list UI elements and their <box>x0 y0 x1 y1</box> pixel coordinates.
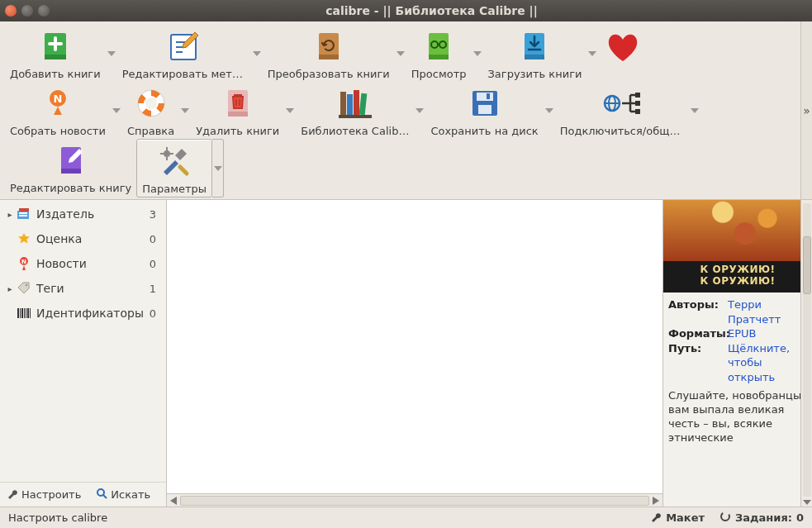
edit-book-button[interactable]: Редактировать книгу <box>5 139 136 197</box>
edit-book-icon <box>51 140 91 180</box>
remove-books-button[interactable]: Удалить книги <box>191 82 284 139</box>
svg-rect-16 <box>228 112 248 117</box>
star-icon <box>17 231 31 246</box>
toolbar-overflow[interactable]: » <box>800 21 812 199</box>
tag-count: 0 <box>150 258 159 270</box>
spinner-icon <box>719 511 731 525</box>
tag-row-rating[interactable]: Оценка 0 <box>0 226 166 251</box>
view-dropdown[interactable] <box>472 34 483 74</box>
add-books-dropdown[interactable] <box>106 34 117 74</box>
preferences-dropdown[interactable] <box>212 139 224 197</box>
add-books-button[interactable]: Добавить книги <box>5 25 106 82</box>
get-books-dropdown[interactable] <box>586 34 598 74</box>
edit-metadata-dropdown[interactable] <box>251 34 263 74</box>
meta-path-link[interactable]: Щёлкните, чтобы открыть <box>728 341 807 385</box>
book-list-view[interactable] <box>167 200 662 493</box>
add-book-icon <box>36 26 75 66</box>
save-to-disk-dropdown[interactable] <box>544 91 555 131</box>
scroll-right-button[interactable] <box>649 495 662 507</box>
main-toolbar: Добавить книги Редактировать метаданные … <box>0 21 812 200</box>
share-icon <box>602 83 642 123</box>
remove-books-dropdown[interactable] <box>284 91 296 131</box>
meta-formats-link[interactable]: EPUB <box>728 326 757 341</box>
svg-rect-32 <box>61 169 81 174</box>
tag-browser: ▸ Издатель 3 Оценка 0 N Новости 0 ▸ Теги <box>0 200 167 507</box>
scroll-down-icon[interactable] <box>803 500 811 507</box>
horizontal-scrollbar[interactable] <box>167 493 662 507</box>
book-description: Слушайте, новобранцы, вам выпала великая… <box>663 388 812 447</box>
view-icon <box>419 26 458 66</box>
library-button[interactable]: Библиотека Calib… <box>296 82 414 139</box>
window-close-button[interactable] <box>5 5 17 17</box>
scroll-left-button[interactable] <box>167 495 180 507</box>
meta-formats-label: Форматы: <box>668 326 728 341</box>
save-to-disk-button[interactable]: Сохранить на диск <box>425 82 543 139</box>
svg-rect-1 <box>45 55 66 59</box>
convert-icon <box>309 26 349 66</box>
wrench-icon <box>7 488 18 502</box>
convert-books-dropdown[interactable] <box>395 34 406 74</box>
tool-label: Подключиться/общий доступ <box>560 125 684 137</box>
svg-rect-36 <box>19 212 27 214</box>
help-button[interactable]: Справка <box>122 82 179 139</box>
svg-rect-35 <box>19 208 29 212</box>
svg-rect-30 <box>635 109 640 114</box>
window-minimize-button[interactable] <box>21 5 33 17</box>
scroll-track[interactable] <box>180 496 649 506</box>
svg-rect-44 <box>24 308 25 318</box>
fetch-news-dropdown[interactable] <box>111 91 122 131</box>
tag-row-publisher[interactable]: ▸ Издатель 3 <box>0 202 166 226</box>
svg-rect-6 <box>429 55 449 59</box>
layout-button[interactable]: Макет <box>650 511 705 525</box>
tool-label: Преобразовать книги <box>268 68 390 80</box>
tag-count: 0 <box>150 307 159 320</box>
donate-button[interactable] <box>598 25 648 82</box>
book-details-panel: К ОРУЖИЮ! К ОРУЖИЮ! Авторы: Терри Пратче… <box>663 200 812 507</box>
lifebuoy-icon <box>131 83 171 123</box>
window-title: calibre - || Библиотека Calibre || <box>56 4 807 17</box>
svg-rect-17 <box>340 92 346 115</box>
tag-row-tags[interactable]: ▸ Теги 1 <box>0 276 166 301</box>
view-button[interactable]: Просмотр <box>406 25 472 82</box>
details-scrollbar[interactable] <box>800 200 812 507</box>
meta-authors-label: Авторы: <box>668 297 728 326</box>
svg-rect-20 <box>359 93 367 116</box>
convert-books-button[interactable]: Преобразовать книги <box>263 25 395 82</box>
heart-icon <box>603 26 643 66</box>
cover-artwork <box>663 200 812 261</box>
book-cover[interactable]: К ОРУЖИЮ! К ОРУЖИЮ! <box>663 200 812 293</box>
wrench-icon <box>650 511 662 525</box>
svg-rect-24 <box>478 105 491 114</box>
meta-authors-link[interactable]: Терри Пратчетт <box>728 297 807 326</box>
help-dropdown[interactable] <box>179 91 191 131</box>
tag-label: Издатель <box>36 207 150 221</box>
tag-label: Идентификаторы <box>36 307 150 320</box>
library-dropdown[interactable] <box>414 91 425 131</box>
svg-rect-45 <box>26 308 26 318</box>
svg-rect-29 <box>635 101 640 106</box>
connect-share-dropdown[interactable] <box>689 91 700 131</box>
svg-rect-25 <box>487 93 490 99</box>
jobs-button[interactable]: Задания: 0 <box>719 511 804 525</box>
tag-row-identifiers[interactable]: Идентификаторы 0 <box>0 301 166 326</box>
connect-share-button[interactable]: Подключиться/общий доступ <box>555 82 689 139</box>
sidebar-configure[interactable]: Настроить <box>7 488 81 502</box>
svg-rect-18 <box>347 94 353 115</box>
download-book-icon <box>515 26 554 66</box>
expand-icon[interactable]: ▸ <box>5 210 15 219</box>
sidebar-find[interactable]: Искать <box>96 488 150 502</box>
get-books-button[interactable]: Загрузить книги <box>483 25 587 82</box>
fetch-news-button[interactable]: N Собрать новости <box>5 82 111 139</box>
scroll-thumb[interactable] <box>803 236 811 294</box>
trash-book-icon <box>218 83 258 123</box>
expand-icon[interactable]: ▸ <box>5 284 15 293</box>
tag-row-news[interactable]: N Новости 0 <box>0 251 166 276</box>
svg-rect-21 <box>339 115 372 118</box>
window-maximize-button[interactable] <box>38 5 50 17</box>
main-area: ▸ Издатель 3 Оценка 0 N Новости 0 ▸ Теги <box>0 200 812 507</box>
tool-label: Собрать новости <box>10 125 106 137</box>
titlebar: calibre - || Библиотека Calibre || <box>0 0 812 21</box>
tag-label: Теги <box>36 282 150 295</box>
preferences-button[interactable]: Параметры <box>136 139 212 197</box>
edit-metadata-button[interactable]: Редактировать метаданные <box>117 25 251 82</box>
